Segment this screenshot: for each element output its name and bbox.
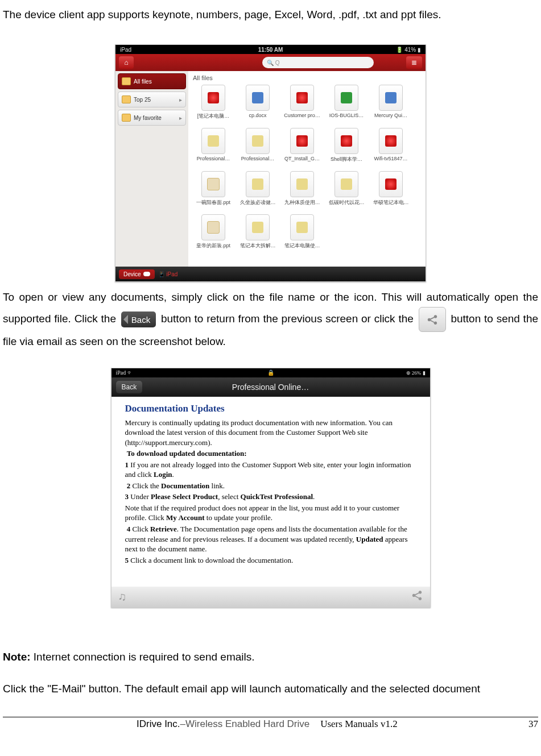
file-icon [334,171,358,197]
file-item[interactable]: 九种体质使用… [282,171,323,213]
doc-para: Mercury is continually updating its prod… [125,418,416,448]
note-text: Internet connection is required to send … [31,651,255,663]
file-icon [201,171,225,197]
file-grid: [笔记本电脑…cp.docxCustomer pro…IOS-BUGLIS…Me… [193,85,421,256]
file-icon [379,85,403,111]
sidebar-item[interactable]: My favorite▸ [118,110,186,126]
file-item[interactable]: Wifi-tv51847… [370,128,411,170]
file-item[interactable]: Professional… [193,128,234,170]
file-label: IOS-BUGLIS… [329,113,364,118]
file-browser-screenshot: iPad 11:50 AM 🔋 41% ▮ ⌂ 🔍 Q ≣ All filesT… [115,44,426,282]
footer-manual: Users Manuals v1.2 [320,718,398,729]
folder-icon [122,77,131,85]
app-toolbar: ⌂ 🔍 Q ≣ [115,54,426,71]
file-icon [201,128,225,154]
device-tab[interactable]: Device [119,269,155,279]
home-button[interactable]: ⌂ [119,56,134,69]
file-icon [379,171,403,197]
share-button-graphic [419,307,446,332]
folder-icon [122,114,131,122]
email-paragraph: Click the "E-Mail" button. The default e… [3,679,538,699]
sidebar-item[interactable]: All files [118,73,186,89]
sidebar-item[interactable]: Top 25▸ [118,92,186,107]
file-icon [246,171,270,197]
file-label: 低碳时代以花… [329,199,365,206]
share-button[interactable] [411,589,423,604]
file-item[interactable]: [笔记本电脑… [193,85,234,127]
status-bar-2: iPad ᯤ 🔒 ⊕ 26% ▮ [111,368,430,377]
file-icon [246,85,270,111]
search-placeholder: Q [275,60,280,66]
search-field[interactable]: 🔍 Q [262,57,374,68]
file-label: 九种体质使用… [284,199,320,206]
file-item[interactable]: Customer pro… [282,85,323,127]
file-item[interactable]: cp.docx [237,85,278,127]
doc-step-1: 1 If you are not already logged into the… [125,460,416,480]
file-item[interactable]: 久坐族必读健… [237,171,278,213]
file-label: QT_Install_G… [284,156,320,161]
doc-heading: Documentation Updates [125,402,416,416]
page-footer: . IDrive Inc.–Wireless Enabled Hard Driv… [3,717,538,730]
document-body: Documentation Updates Mercury is continu… [111,397,430,587]
back-button-graphic: Back [121,311,156,327]
file-label: Professional… [197,156,230,161]
doc-step-3: 3 Under Please Select Product, select Qu… [125,492,416,502]
sidebar: All filesTop 25▸My favorite▸ [115,71,188,267]
share-icon [411,589,423,601]
file-label: [笔记本电脑… [197,113,230,120]
file-item[interactable]: Shell脚本学… [326,128,367,170]
file-icon [201,85,225,111]
file-icon [290,214,314,240]
sidebar-label: Top 25 [134,97,151,103]
files-pane: All files [笔记本电脑…cp.docxCustomer pro…IOS… [188,71,426,267]
list-mode-button[interactable]: ≣ [406,56,422,69]
file-icon [290,128,314,154]
file-label: 笔记本大拆解… [240,242,276,250]
file-item[interactable]: 皇帝的新装.ppt [193,214,234,256]
file-label: Wifi-tv51847… [374,156,407,161]
file-icon [290,85,314,111]
device-icon [143,272,150,276]
file-item[interactable]: 笔记本电脑使… [282,214,323,256]
document-title: Professional Online… [111,383,430,392]
footer-left: IDrive Inc.–Wireless Enabled Hard Drive … [137,718,398,730]
file-label: Customer pro… [284,113,320,118]
chevron-right-icon: ▸ [179,115,182,121]
file-item[interactable]: Mercury Qui… [370,85,411,127]
file-item[interactable]: QT_Install_G… [282,128,323,170]
file-label: 华硕笔记本电… [373,199,409,206]
footer-product: –Wireless Enabled Hard Drive [180,718,310,729]
file-label: Mercury Qui… [374,113,407,118]
note-label: Note: [3,651,31,663]
file-icon [246,128,270,154]
ipad-tab[interactable]: 📱 iPad [158,271,178,277]
file-label: Shell脚本学… [331,156,362,163]
doc-step-2: 2 Click the Documentation link. [125,481,416,491]
share-icon [426,313,439,326]
file-item[interactable]: 低碳时代以花… [326,171,367,213]
doc-subheading: To download updated documentation: [125,448,416,459]
file-item[interactable]: 笔记本大拆解… [237,214,278,256]
file-label: 笔记本电脑使… [284,242,320,250]
file-icon [379,128,403,154]
viewer-bottom-bar: ♫ [111,587,430,607]
file-item[interactable]: Professional… [237,128,278,170]
status-lock-icon: 🔒 [0,369,541,376]
file-icon [334,128,358,154]
file-icon [290,171,314,197]
open-docs-paragraph: To open or view any documents, simply cl… [3,288,538,351]
sidebar-label: All files [134,78,152,85]
document-viewer-screenshot: iPad ᯤ 🔒 ⊕ 26% ▮ Back Professional Onlin… [111,368,431,608]
page-number: 37 [528,718,538,730]
bottom-tab-bar: Device 📱 iPad [115,267,426,281]
chevron-right-icon: ▸ [179,97,182,103]
file-item[interactable]: IOS-BUGLIS… [326,85,367,127]
doc-step-4: 4 Click Retrieve. The Documentation page… [125,524,416,554]
file-label: Professional… [241,156,275,161]
viewer-toolbar: Back Professional Online… [111,377,430,397]
file-item[interactable]: 一碗阳春面.ppt [193,171,234,213]
text-run: button to return from the previous scree… [161,313,417,325]
music-icon[interactable]: ♫ [118,590,127,603]
file-label: 久坐族必读健… [240,199,276,206]
file-item[interactable]: 华硕笔记本电… [370,171,411,213]
